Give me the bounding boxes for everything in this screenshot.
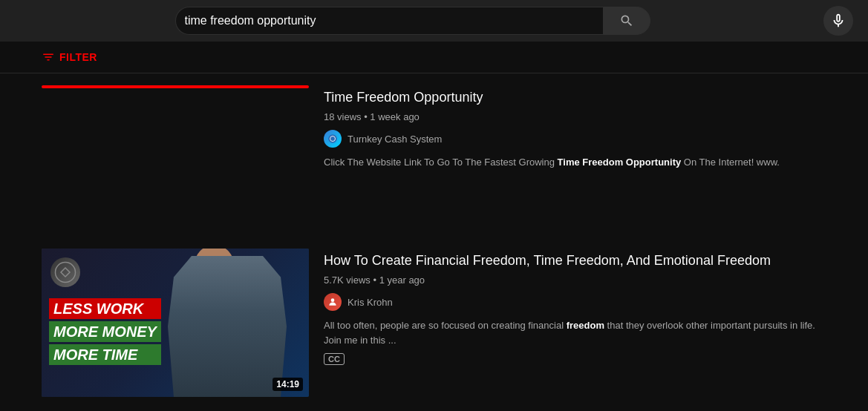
search-bar xyxy=(175,7,650,35)
video-meta-1: 18 views • 1 week ago xyxy=(324,111,826,122)
thumbnail-1[interactable]: Create The Time & Financial Freedom To D… xyxy=(42,85,309,234)
video-title-2[interactable]: How To Create Financial Freedom, Time Fr… xyxy=(324,251,826,270)
svg-point-8 xyxy=(56,263,76,283)
thumbnail-2[interactable]: LESS WORK MORE MONEY MORE TIME 14:19 xyxy=(42,249,309,397)
search-button[interactable] xyxy=(603,7,650,35)
svg-point-6 xyxy=(328,134,337,143)
results-list: Create The Time & Financial Freedom To D… xyxy=(0,73,868,409)
header xyxy=(0,0,868,42)
channel-watermark-icon xyxy=(54,261,76,283)
channel-row-2: Kris Krohn xyxy=(324,293,826,311)
filter-icon xyxy=(42,50,55,64)
channel-name-1[interactable]: Turnkey Cash System xyxy=(347,134,442,145)
search-input[interactable] xyxy=(175,7,603,35)
channel-logo-1 xyxy=(327,134,338,144)
thumb2-text-block: LESS WORK MORE MONEY MORE TIME xyxy=(49,298,161,367)
svg-point-9 xyxy=(331,299,335,303)
thumb2-watermark xyxy=(50,257,80,287)
duration-badge-2: 14:19 xyxy=(273,378,303,391)
mic-button[interactable] xyxy=(823,6,853,36)
search-icon xyxy=(619,13,634,28)
mic-icon xyxy=(830,13,846,29)
video-info-1: Time Freedom Opportunity 18 views • 1 we… xyxy=(324,85,826,234)
channel-logo-2 xyxy=(327,297,338,307)
thumb2-line-2: MORE MONEY xyxy=(49,321,161,342)
video-item: Create The Time & Financial Freedom To D… xyxy=(42,85,826,234)
channel-avatar-2 xyxy=(324,293,342,311)
video-meta-2: 5.7K views • 1 year ago xyxy=(324,274,826,286)
video-item-2: LESS WORK MORE MONEY MORE TIME 14:19 How… xyxy=(42,249,826,397)
video-description-2: All too often, people are so focused on … xyxy=(324,318,826,347)
thumb2-line-3: MORE TIME xyxy=(49,344,161,365)
video-description-1: Click The Website Link To Go To The Fast… xyxy=(324,155,826,170)
snow-decoration xyxy=(43,85,307,87)
filter-button[interactable]: FILTER xyxy=(42,50,97,64)
video-title-1[interactable]: Time Freedom Opportunity xyxy=(324,88,826,107)
channel-row-1: Turnkey Cash System xyxy=(324,130,826,148)
filter-bar: FILTER xyxy=(0,42,868,73)
video-info-2: How To Create Financial Freedom, Time Fr… xyxy=(324,249,826,397)
channel-avatar-1 xyxy=(324,130,342,148)
person-body xyxy=(168,256,287,397)
channel-name-2[interactable]: Kris Krohn xyxy=(347,297,393,308)
cc-badge: CC xyxy=(324,353,345,365)
filter-label: FILTER xyxy=(59,51,97,63)
thumb2-line-1: LESS WORK xyxy=(49,298,161,319)
